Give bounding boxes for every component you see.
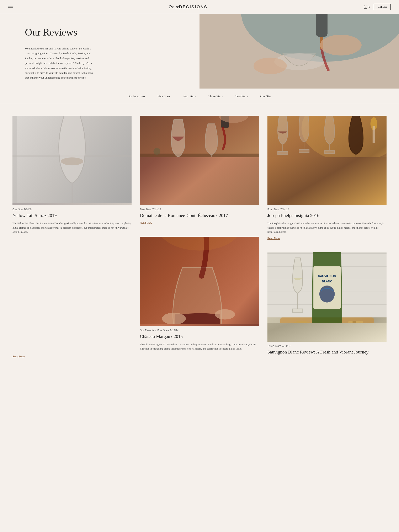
middle-column: Two Stars 7/14/24 Domaine de la Romanée-…: [136, 112, 263, 362]
hero-section: Our Reviews We uncork the stories and fl…: [0, 14, 399, 89]
cart-icon: [363, 5, 368, 9]
svg-rect-53: [352, 321, 356, 323]
bottle-green-image: SAUVIGNON BLANC: [267, 252, 386, 323]
right-column: Four Stars 7/14/24 Joseph Phelps Insigni…: [263, 112, 391, 362]
article-image-joseph-phelps: [267, 116, 386, 205]
article-chateau-margaux: Our Favorites, Five Stars 7/14/24 Châtea…: [136, 233, 263, 358]
article-excerpt-chateau-margaux: The Château Margaux 2015 stands as a tes…: [140, 342, 259, 351]
wine-glass-image: [13, 116, 132, 203]
svg-text:BLANC: BLANC: [322, 280, 332, 283]
article-meta-joseph-phelps: Four Stars 7/14/24: [267, 208, 386, 211]
article-yellow-tail: One Star 7/14/24 Yellow Tail Shiraz 2019…: [8, 112, 136, 362]
article-meta-sauvignon-blanc: Three Stars 7/14/24: [267, 345, 386, 348]
article-meta-yellow-tail: One Star 7/14/24: [13, 208, 132, 211]
article-title-joseph-phelps: Joseph Phelps Insignia 2016: [267, 213, 386, 219]
hero-image: [200, 14, 399, 89]
article-excerpt-yellow-tail: The Yellow Tail Shiraz 2019 presents its…: [13, 221, 132, 352]
svg-rect-32: [372, 126, 375, 143]
cart-count: 0: [368, 5, 370, 8]
article-image-yellow-tail: [13, 116, 132, 205]
tab-three-stars[interactable]: Three Stars: [208, 95, 223, 99]
hero-image-svg: [200, 14, 399, 85]
tab-four-stars[interactable]: Four Stars: [183, 95, 196, 99]
cart-button[interactable]: 0: [363, 5, 370, 9]
site-header: PourDECISIONS 0 Contact: [0, 0, 399, 14]
article-title-chateau-margaux: Château Margaux 2015: [140, 334, 259, 340]
pouring-rich-image: [140, 237, 259, 324]
logo-italic: Pour: [169, 4, 179, 9]
tab-five-stars[interactable]: Five Stars: [158, 95, 170, 99]
hero-text: Our Reviews We uncork the stories and fl…: [0, 14, 200, 89]
tab-two-stars[interactable]: Two Stars: [235, 95, 248, 99]
contact-button[interactable]: Contact: [374, 4, 391, 10]
article-image-sauvignon-blanc: SAUVIGNON BLANC: [267, 252, 386, 342]
article-image-chateau-margaux: [140, 237, 259, 326]
tab-our-favorites[interactable]: Our Favorites: [128, 95, 145, 99]
header-left: [8, 6, 13, 8]
svg-point-6: [320, 35, 361, 56]
hero-description: We uncork the stories and flavors behind…: [25, 46, 95, 80]
logo-strong: DECISIONS: [179, 5, 207, 9]
articles-grid: One Star 7/14/24 Yellow Tail Shiraz 2019…: [0, 103, 399, 371]
wine-table-image: [267, 116, 386, 157]
article-meta-chateau-margaux: Our Favorites, Five Stars 7/14/24: [140, 329, 259, 332]
header-right: 0 Contact: [363, 4, 391, 10]
read-more-romanee-conti[interactable]: Read More: [140, 221, 259, 224]
svg-point-13: [61, 157, 83, 165]
svg-text:SAUVIGNON: SAUVIGNON: [318, 274, 336, 278]
article-excerpt-joseph-phelps: The Joseph Phelps Insignia 2016 embodies…: [267, 221, 386, 234]
article-joseph-phelps: Four Stars 7/14/24 Joseph Phelps Insigni…: [263, 112, 391, 244]
read-more-yellow-tail[interactable]: Read More: [13, 355, 132, 358]
article-title-sauvignon-blanc: Sauvignon Blanc Review: A Fresh and Vibr…: [267, 349, 386, 355]
site-logo: PourDECISIONS: [13, 4, 363, 10]
article-meta-romanee-conti: Two Stars 7/14/24: [140, 208, 259, 211]
svg-rect-11: [13, 116, 17, 203]
article-romanee-conti: Two Stars 7/14/24 Domaine de la Romanée-…: [136, 112, 263, 228]
filter-tabs: Our Favorites Five Stars Four Stars Thre…: [0, 89, 399, 103]
tab-one-star[interactable]: One Star: [260, 95, 271, 99]
hamburger-menu[interactable]: [8, 6, 13, 8]
svg-point-7: [253, 57, 287, 74]
hero-title: Our Reviews: [25, 26, 187, 38]
svg-rect-4: [316, 14, 328, 37]
svg-point-27: [215, 310, 235, 320]
article-title-yellow-tail: Yellow Tail Shiraz 2019: [13, 213, 132, 219]
pouring-red-image: [140, 116, 259, 157]
article-sauvignon-blanc: SAUVIGNON BLANC Three Stars 7/14/24 Sauv: [263, 248, 391, 362]
read-more-joseph-phelps[interactable]: Read More: [267, 237, 386, 240]
article-title-romanee-conti: Domaine de la Romanée-Conti Échézeaux 20…: [140, 213, 259, 219]
hero-image-art: [200, 14, 399, 85]
svg-point-23: [154, 148, 160, 155]
article-image-romanee-conti: [140, 116, 259, 205]
